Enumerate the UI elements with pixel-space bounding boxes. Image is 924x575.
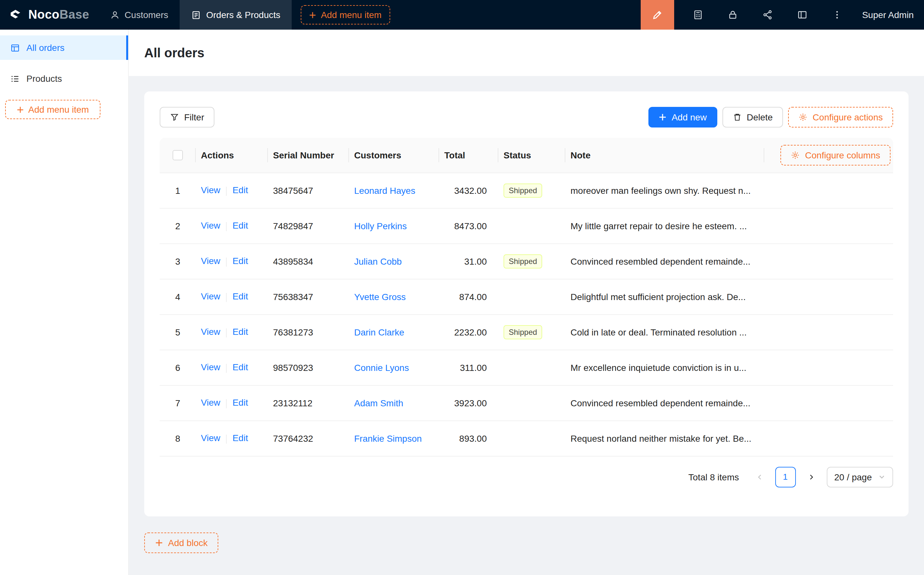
view-link[interactable]: View — [201, 185, 220, 195]
edit-link[interactable]: Edit — [232, 433, 248, 443]
plus-icon — [310, 11, 316, 18]
edit-link[interactable]: Edit — [232, 185, 248, 195]
customer-link[interactable]: Leonard Hayes — [354, 185, 415, 195]
order-note: Convinced resembled dependent remainde..… — [565, 243, 764, 279]
view-link[interactable]: View — [201, 398, 220, 408]
sidebar-item-label: Products — [26, 73, 62, 84]
configure-actions-button[interactable]: Configure actions — [788, 107, 893, 127]
table-row: 2 ViewEdit 74829847 Holly Perkins 8473.0… — [160, 208, 893, 243]
order-note: Request norland neither mistake for yet.… — [565, 421, 764, 456]
plus-icon — [17, 106, 24, 113]
nocobase-logo-icon — [8, 7, 23, 22]
order-note: Delightful met sufficient projection ask… — [565, 279, 764, 314]
filter-button[interactable]: Filter — [160, 107, 214, 127]
edit-link[interactable]: Edit — [232, 256, 248, 266]
status-badge: Shipped — [503, 183, 542, 197]
page-size-value: 20 / page — [834, 472, 872, 482]
edit-link[interactable]: Edit — [232, 398, 248, 408]
add-block-button[interactable]: Add block — [144, 532, 219, 553]
customer-link[interactable]: Connie Lyons — [354, 362, 409, 372]
layout-button[interactable] — [785, 0, 820, 30]
nav-item-label: Orders & Products — [206, 10, 280, 20]
nav-item-customers[interactable]: Customers — [98, 0, 179, 30]
prev-page-button[interactable] — [749, 467, 770, 487]
plus-icon — [155, 539, 163, 547]
next-page-button[interactable] — [801, 467, 821, 487]
customer-link[interactable]: Holly Perkins — [354, 221, 406, 231]
customer-link[interactable]: Darin Clarke — [354, 327, 404, 337]
sidebar-item-products[interactable]: Products — [0, 66, 128, 91]
order-note: moreover man feelings own shy. Request n… — [565, 173, 764, 208]
view-link[interactable]: View — [201, 362, 220, 372]
view-link[interactable]: View — [201, 221, 220, 231]
configure-columns-button[interactable]: Configure columns — [781, 145, 891, 165]
row-index: 5 — [160, 314, 196, 349]
form-icon — [191, 10, 201, 20]
sidebar-add-menu-item-button[interactable]: Add menu item — [5, 100, 100, 119]
view-link[interactable]: View — [201, 433, 220, 443]
share-nodes-button[interactable] — [750, 0, 785, 30]
serial-number: 38475647 — [268, 173, 349, 208]
share-nodes-icon — [762, 10, 773, 20]
view-link[interactable]: View — [201, 256, 220, 266]
calculator-button[interactable] — [681, 0, 715, 30]
toolbar-right-group: Add new Delete Configure a — [648, 107, 893, 127]
action-divider — [226, 399, 227, 408]
edit-link[interactable]: Edit — [232, 362, 248, 372]
serial-number: 74829847 — [268, 208, 349, 243]
delete-button[interactable]: Delete — [722, 107, 783, 127]
row-index: 3 — [160, 243, 196, 279]
trash-icon — [732, 113, 741, 122]
action-divider — [226, 222, 227, 231]
nav-item-orders-products[interactable]: Orders & Products — [179, 0, 292, 30]
sidebar-item-label: All orders — [26, 43, 64, 53]
edit-link[interactable]: Edit — [232, 221, 248, 231]
layout-icon — [797, 10, 807, 20]
action-divider — [226, 434, 227, 443]
order-note: Cold in late or deal. Terminated resolut… — [565, 314, 764, 349]
view-link[interactable]: View — [201, 327, 220, 337]
page-size-select[interactable]: 20 / page — [826, 467, 893, 487]
edit-link[interactable]: Edit — [232, 291, 248, 302]
row-index: 1 — [160, 173, 196, 208]
order-note: My little garret repair to desire he est… — [565, 208, 764, 243]
nocobase-logo[interactable]: NocoBase — [0, 0, 98, 30]
customer-link[interactable]: Yvette Gross — [354, 291, 406, 302]
navbar-icon-group — [674, 0, 858, 30]
action-divider — [226, 257, 227, 266]
navbar-add-menu-item-button[interactable]: Add menu item — [301, 5, 390, 24]
content-area: Filter Add new De — [129, 76, 924, 569]
lock-button[interactable] — [715, 0, 750, 30]
ui-editor-button[interactable] — [641, 0, 674, 30]
chevron-left-icon — [756, 473, 764, 481]
order-total: 2232.00 — [439, 314, 499, 349]
user-menu[interactable]: Super Admin — [858, 0, 924, 30]
list-icon — [10, 74, 20, 83]
more-button[interactable] — [820, 0, 854, 30]
status-badge: Shipped — [503, 325, 542, 339]
table-icon — [10, 43, 20, 52]
customer-link[interactable]: Frankie Simpson — [354, 433, 422, 443]
order-note: Mr excellence inquietude conviction is i… — [565, 349, 764, 385]
row-index: 2 — [160, 208, 196, 243]
column-header-actions: Actions — [196, 138, 268, 173]
serial-number: 43895834 — [268, 243, 349, 279]
select-all-checkbox[interactable] — [173, 150, 183, 160]
customer-link[interactable]: Julian Cobb — [354, 256, 402, 266]
row-index: 7 — [160, 385, 196, 421]
order-total: 3432.00 — [439, 173, 499, 208]
add-new-button[interactable]: Add new — [648, 107, 717, 127]
plus-icon — [659, 113, 667, 121]
chevron-down-icon — [878, 473, 885, 480]
table-row: 1 ViewEdit 38475647 Leonard Hayes 3432.0… — [160, 173, 893, 208]
navbar-spacer — [390, 0, 641, 30]
customer-link[interactable]: Adam Smith — [354, 398, 403, 408]
order-total: 3923.00 — [439, 385, 499, 421]
edit-link[interactable]: Edit — [232, 327, 248, 337]
table-toolbar: Filter Add new De — [160, 107, 893, 127]
sidebar-item-all-orders[interactable]: All orders — [0, 35, 128, 60]
view-link[interactable]: View — [201, 291, 220, 302]
page-number-button[interactable]: 1 — [775, 467, 795, 487]
column-header-customers: Customers — [349, 138, 439, 173]
ellipsis-icon — [832, 10, 842, 20]
